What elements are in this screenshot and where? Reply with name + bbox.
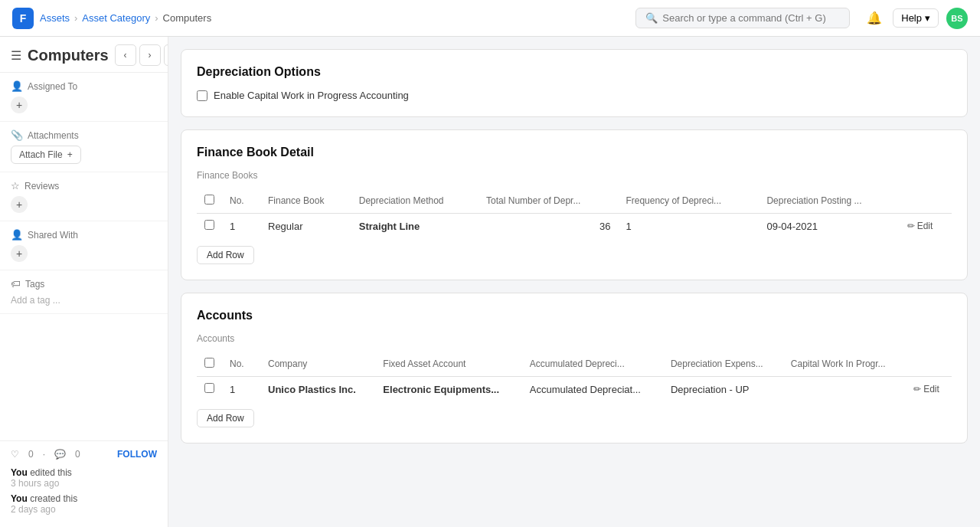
row-finance-book: Regular <box>260 214 351 239</box>
app-icon[interactable]: F <box>12 8 34 29</box>
row-capital-work <box>783 377 906 402</box>
follow-button[interactable]: FOLLOW <box>117 449 157 460</box>
add-tag-placeholder[interactable]: Add a tag ... <box>11 295 60 306</box>
depreciation-options-title: Depreciation Options <box>197 65 952 79</box>
plus-icon: + <box>67 149 73 160</box>
row-posting-date: 09-04-2021 <box>759 214 899 239</box>
row-edit: ✏ Edit <box>906 377 952 402</box>
col-frequency: Frequency of Depreci... <box>618 188 759 214</box>
add-review-button[interactable]: + <box>11 196 28 213</box>
row-depreciation-method: Straight Line <box>351 214 479 239</box>
row-edit: ✏ Edit <box>900 214 952 239</box>
accounts-card: Accounts Accounts No. Company Fixed Asse… <box>181 293 968 444</box>
activity-item: You edited this 3 hours ago <box>11 467 157 489</box>
row-frequency: 1 <box>618 214 759 239</box>
tags-section: 🏷 Tags Add a tag ... <box>0 270 168 314</box>
finance-book-title: Finance Book Detail <box>197 146 952 159</box>
menu-toggle-icon[interactable]: ☰ <box>11 48 21 63</box>
dot-separator: · <box>43 449 45 460</box>
row-company: Unico Plastics Inc. <box>260 377 375 402</box>
comments-count: 0 <box>75 449 80 460</box>
finance-books-header-row: No. Finance Book Depreciation Method Tot… <box>197 188 952 214</box>
row-select-checkbox[interactable] <box>204 383 214 393</box>
edit-button[interactable]: ✏ Edit <box>907 221 944 231</box>
capital-work-label: Enable Capital Work in Progress Accounti… <box>214 90 409 101</box>
likes-count: 0 <box>28 449 34 460</box>
col-checkbox <box>197 352 222 377</box>
tags-icon: 🏷 <box>11 278 21 290</box>
shared-with-label: Shared With <box>28 230 78 241</box>
prev-button[interactable]: ‹ <box>115 44 136 66</box>
col-actions <box>906 352 952 377</box>
search-bar[interactable]: 🔍 <box>635 8 850 28</box>
accounts-header-row: No. Company Fixed Asset Account Accumula… <box>197 352 952 377</box>
row-accumulated: Accumulated Depreciat... <box>522 377 663 402</box>
add-shared-with-button[interactable]: + <box>11 245 28 262</box>
shared-with-section: 👤 Shared With + <box>0 221 168 270</box>
col-checkbox <box>197 188 222 214</box>
avatar[interactable]: BS <box>946 8 968 29</box>
shared-with-icon: 👤 <box>11 229 23 241</box>
col-depreciation-method: Depreciation Method <box>351 188 479 214</box>
topbar: F Assets › Asset Category › Computers 🔍 … <box>0 0 980 37</box>
breadcrumb-assets[interactable]: Assets <box>40 12 70 24</box>
heart-icon: ♡ <box>11 449 19 460</box>
row-total-number: 36 <box>479 214 618 239</box>
topbar-actions: 🔔 Help ▾ BS <box>864 8 968 29</box>
attachments-label: Attachments <box>28 130 79 141</box>
row-select-checkbox[interactable] <box>204 220 214 230</box>
next-button[interactable]: › <box>139 44 161 66</box>
assigned-to-section: 👤 Assigned To + <box>0 73 168 122</box>
right-panel: Depreciation Options Enable Capital Work… <box>168 37 980 527</box>
row-fixed-asset: Electronic Equipments... <box>375 377 521 402</box>
add-row-button[interactable]: Add Row <box>197 246 254 264</box>
col-posting-date: Depreciation Posting ... <box>759 188 899 214</box>
accounts-label: Accounts <box>197 333 952 344</box>
search-input[interactable] <box>662 12 840 24</box>
col-accumulated: Accumulated Depreci... <box>522 352 663 377</box>
finance-books-table: No. Finance Book Depreciation Method Tot… <box>197 188 952 238</box>
col-company: Company <box>260 352 375 377</box>
select-all-accounts-checkbox[interactable] <box>204 358 214 368</box>
add-assigned-to-button[interactable]: + <box>11 97 28 113</box>
reviews-label: Reviews <box>24 181 59 191</box>
attachments-icon: 📎 <box>11 129 23 141</box>
search-icon: 🔍 <box>645 12 658 24</box>
col-depreciation-expense: Depreciation Expens... <box>663 352 783 377</box>
add-row-accounts-button[interactable]: Add Row <box>197 409 254 427</box>
finance-book-card: Finance Book Detail Finance Books No. Fi… <box>181 129 968 280</box>
col-fixed-asset: Fixed Asset Account <box>375 352 521 377</box>
col-capital-work: Capital Work In Progr... <box>783 352 906 377</box>
select-all-checkbox[interactable] <box>204 195 214 205</box>
row-no: 1 <box>222 214 260 239</box>
likes-row: ♡ 0 · 💬 0 FOLLOW <box>11 449 157 460</box>
accounts-table: No. Company Fixed Asset Account Accumula… <box>197 352 952 401</box>
left-panel: ☰ Computers ‹ › 🖨 ··· Save 👤 Assigned To… <box>0 37 168 527</box>
notifications-button[interactable]: 🔔 <box>864 8 885 28</box>
capital-work-checkbox-row: Enable Capital Work in Progress Accounti… <box>197 90 952 101</box>
col-actions <box>900 188 952 214</box>
attach-file-button[interactable]: Attach File + <box>11 146 81 164</box>
col-no: No. <box>222 352 260 377</box>
activity-section: ♡ 0 · 💬 0 FOLLOW You edited this 3 hours… <box>0 440 168 527</box>
table-row: 1 Regular Straight Line 36 1 09-04-2021 … <box>197 214 952 239</box>
col-total-number: Total Number of Depr... <box>479 188 618 214</box>
reviews-icon: ☆ <box>11 180 20 191</box>
assigned-to-label: Assigned To <box>28 81 77 92</box>
table-row: 1 Unico Plastics Inc. Electronic Equipme… <box>197 377 952 402</box>
col-finance-book: Finance Book <box>260 188 351 214</box>
row-depreciation-expense: Depreciation - UP <box>663 377 783 402</box>
capital-work-checkbox[interactable] <box>197 90 207 101</box>
edit-button[interactable]: ✏ Edit <box>913 384 944 394</box>
help-button[interactable]: Help ▾ <box>893 8 939 28</box>
col-no: No. <box>222 188 260 214</box>
activity-item: You created this 2 days ago <box>11 493 157 515</box>
comment-icon: 💬 <box>54 449 66 460</box>
breadcrumb-asset-category[interactable]: Asset Category <box>82 12 150 24</box>
tags-label: Tags <box>25 279 44 290</box>
attachments-section: 📎 Attachments Attach File + <box>0 122 168 172</box>
chevron-down-icon: ▾ <box>925 12 930 24</box>
finance-books-label: Finance Books <box>197 170 952 181</box>
row-checkbox <box>197 214 222 239</box>
assigned-to-icon: 👤 <box>11 80 23 92</box>
